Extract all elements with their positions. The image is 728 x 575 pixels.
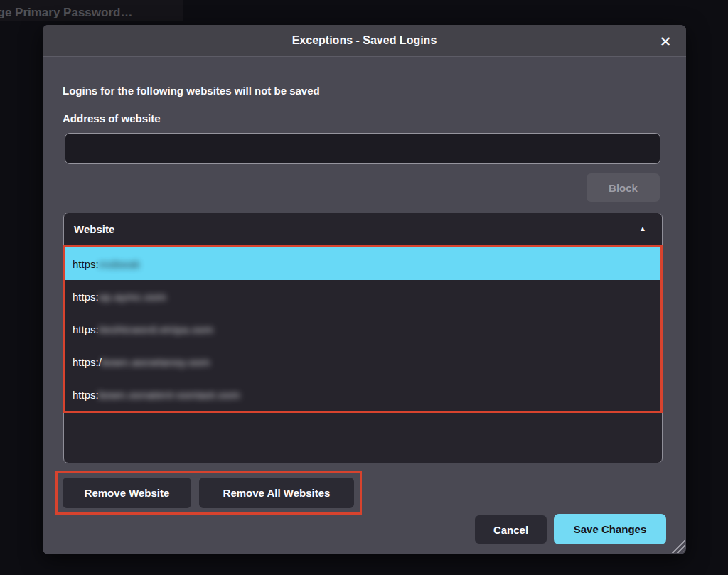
- website-column-label: Website: [74, 223, 114, 235]
- close-icon[interactable]: ✕: [655, 31, 676, 52]
- intro-text: Logins for the following websites will n…: [63, 85, 320, 97]
- list-item[interactable]: https:iteshtcword.etripa.oom: [65, 313, 660, 345]
- url-prefix: https:: [73, 389, 99, 401]
- list-item[interactable]: https:op.aymc.oom: [65, 280, 660, 313]
- url-prefix: https:: [73, 323, 99, 335]
- address-of-website-label: Address of website: [63, 112, 161, 124]
- save-changes-button[interactable]: Save Changes: [554, 514, 666, 544]
- sort-ascending-icon[interactable]: ▲: [639, 225, 646, 232]
- url-prefix: https:/: [73, 356, 102, 368]
- resize-grip[interactable]: [669, 537, 685, 553]
- remove-all-websites-button[interactable]: Remove All Websites: [199, 478, 354, 508]
- blurred-url: iteshtcword.etripa.oom: [99, 323, 214, 335]
- blurred-url: mobwak: [99, 258, 141, 270]
- exceptions-dialog: Exceptions - Saved Logins ✕ Logins for t…: [43, 25, 686, 554]
- list-item[interactable]: https:bown.oonatent-oontaot.oom: [65, 378, 660, 411]
- block-button[interactable]: Block: [587, 173, 660, 202]
- address-input[interactable]: [65, 133, 660, 164]
- blurred-url: bown.aocwtanoy.oom: [102, 356, 210, 368]
- annotation-rectangle-websites: https:mobwak https:op.aymc.oom https:ite…: [63, 245, 663, 413]
- website-listbox: Website ▲ https:mobwak https:op.aymc.oom…: [63, 213, 663, 463]
- url-prefix: https:: [73, 291, 99, 303]
- dialog-title: Exceptions - Saved Logins: [292, 34, 437, 47]
- blurred-url: op.aymc.oom: [99, 291, 167, 303]
- remove-website-button[interactable]: Remove Website: [63, 478, 191, 508]
- dialog-header: Exceptions - Saved Logins ✕: [43, 25, 686, 57]
- list-item[interactable]: https:mobwak: [65, 247, 660, 280]
- cancel-button[interactable]: Cancel: [475, 515, 547, 544]
- website-column-header[interactable]: Website ▲: [64, 213, 662, 245]
- url-prefix: https:: [73, 258, 99, 270]
- blurred-url: bown.oonatent-oontaot.oom: [99, 389, 240, 401]
- list-item[interactable]: https:/bown.aocwtanoy.oom: [65, 345, 660, 378]
